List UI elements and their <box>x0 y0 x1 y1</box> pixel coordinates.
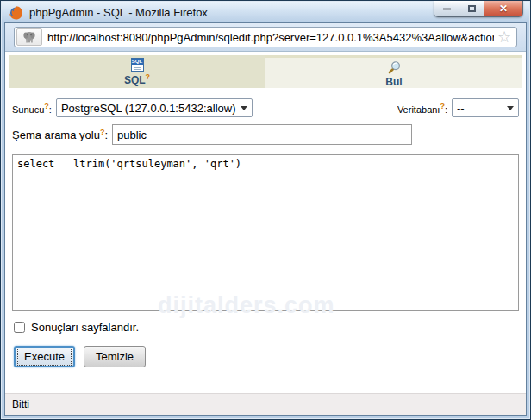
database-select-value: -- <box>457 102 503 115</box>
schema-label: Şema arama yolu?: <box>12 128 108 141</box>
schema-search-row: Şema arama yolu?: <box>12 124 519 145</box>
window-title: phpPgAdmin - SQL - Mozilla Firefox <box>29 6 208 19</box>
navigation-toolbar: ☆ <box>5 23 526 52</box>
action-buttons-row: Execute Temizle <box>14 346 519 367</box>
window-controls: ✕ <box>434 1 523 17</box>
server-label: Sunucu?: <box>12 102 52 115</box>
bookmark-star-icon[interactable]: ☆ <box>494 28 515 46</box>
tab-bar: SQL SQL? Bul <box>9 55 522 88</box>
database-select[interactable]: -- <box>452 98 519 117</box>
tab-sql-label: SQL? <box>124 72 150 86</box>
tab-sql[interactable]: SQL SQL? <box>9 55 266 88</box>
restore-button[interactable] <box>459 1 484 16</box>
paginate-label: Sonuçları sayfalandır. <box>31 321 139 334</box>
tab-find[interactable]: Bul <box>266 55 522 88</box>
paginate-checkbox[interactable] <box>14 322 25 333</box>
server-select-value: PostgreSQL (127.0.0.1:5432:allow) <box>61 102 236 115</box>
postgresql-elephant-icon <box>22 31 36 43</box>
browser-client-area: ☆ SQL SQL? <box>4 22 527 416</box>
execute-button-label: Execute <box>17 348 72 366</box>
minimize-button[interactable] <box>434 1 459 16</box>
magnifier-icon <box>387 60 401 75</box>
server-database-row: Sunucu?: PostgreSQL (127.0.0.1:5432:allo… <box>12 98 519 117</box>
sql-query-textarea[interactable]: select ltrim('qrtsuleyman', 'qrt') <box>12 154 519 311</box>
site-identity-button[interactable] <box>16 28 42 46</box>
dropdown-arrow-icon <box>503 106 518 110</box>
close-button[interactable]: ✕ <box>484 1 522 16</box>
paginate-row: Sonuçları sayfalandır. <box>14 320 519 335</box>
status-text: Bitti <box>12 398 29 411</box>
clear-button[interactable]: Temizle <box>84 346 146 367</box>
tab-find-label: Bul <box>385 76 402 88</box>
url-bar[interactable]: ☆ <box>14 27 517 47</box>
browser-window: phpPgAdmin - SQL - Mozilla Firefox ✕ <box>0 0 531 420</box>
restore-icon <box>468 5 476 12</box>
schema-search-input[interactable] <box>112 124 412 145</box>
close-icon: ✕ <box>499 3 508 15</box>
phppgadmin-page: SQL SQL? Bul <box>5 52 526 393</box>
dropdown-arrow-icon <box>236 106 252 110</box>
server-select[interactable]: PostgreSQL (127.0.0.1:5432:allow) <box>56 98 253 117</box>
minimize-icon <box>443 8 451 10</box>
database-label: Veritabanı?: <box>397 102 447 115</box>
firefox-icon <box>9 5 23 20</box>
status-bar: Bitti <box>5 393 526 415</box>
sql-help-link[interactable]: ? <box>146 72 151 81</box>
url-input[interactable] <box>42 31 494 44</box>
execute-button[interactable]: Execute <box>14 346 75 367</box>
sql-document-icon: SQL <box>131 58 144 72</box>
